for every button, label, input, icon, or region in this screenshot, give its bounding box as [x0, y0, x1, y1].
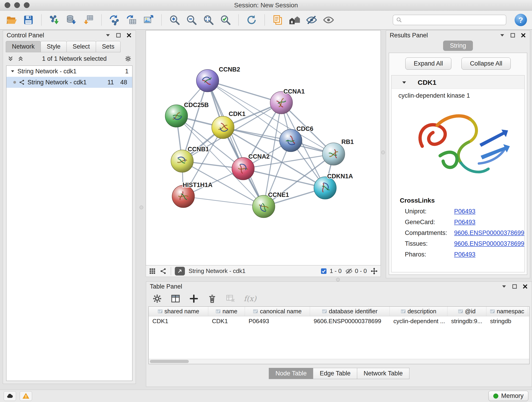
clone-table-icon[interactable] — [125, 13, 138, 26]
network-node-CCNA2[interactable] — [232, 157, 254, 180]
right-splitter-handle[interactable] — [381, 151, 385, 154]
column-header-shared-name[interactable]: shared name — [149, 307, 208, 316]
pan-mode-icon[interactable] — [370, 268, 378, 275]
memory-button[interactable]: Memory — [488, 391, 528, 401]
column-header-database-identifier[interactable]: database identifier — [310, 307, 390, 316]
tab-style[interactable]: Style — [41, 41, 67, 52]
tree-caret-icon[interactable] — [10, 69, 15, 74]
network-node-RB1[interactable] — [322, 143, 345, 165]
panel-maximize-icon[interactable] — [115, 32, 121, 38]
collapse-all-tree-icon[interactable] — [17, 55, 24, 62]
column-header-description[interactable]: description — [390, 307, 447, 316]
bottom-splitter-handle[interactable] — [336, 278, 340, 281]
network-options-gear-icon[interactable] — [125, 55, 132, 62]
table-cell-description[interactable]: cyclin-dependent ... — [390, 318, 447, 325]
network-node-CCNE1[interactable] — [253, 195, 275, 218]
table-cell-canonical-name[interactable]: P06493 — [245, 318, 310, 325]
show-all-icon[interactable] — [322, 13, 335, 26]
table-cell-id[interactable]: stringdb:9... — [447, 318, 486, 325]
tab-sets[interactable]: Sets — [96, 41, 120, 52]
network-share-icon[interactable] — [160, 268, 167, 275]
tab-network-table[interactable]: Network Table — [357, 368, 409, 379]
column-header-id[interactable]: @id — [447, 307, 486, 316]
tab-network[interactable]: Network — [6, 41, 41, 52]
zoom-out-icon[interactable] — [185, 13, 198, 26]
column-header-name[interactable]: name — [208, 307, 245, 316]
zoom-fit-icon[interactable] — [202, 13, 215, 26]
panel-float-icon[interactable] — [105, 32, 111, 38]
column-header-namespac[interactable]: namespac — [486, 307, 528, 316]
function-builder-icon[interactable]: f(x) — [244, 294, 256, 303]
copy-paste-icon[interactable] — [271, 13, 284, 26]
crosslink-pharos[interactable]: P06493 — [454, 251, 525, 258]
cloud-button[interactable] — [4, 391, 16, 401]
zoom-selected-icon[interactable] — [219, 13, 232, 26]
expand-all-tree-icon[interactable] — [7, 55, 14, 62]
warnings-button[interactable] — [20, 391, 32, 401]
panel-maximize-icon[interactable] — [510, 32, 516, 38]
network-overview-icon[interactable] — [288, 13, 301, 26]
expand-all-button[interactable]: Expand All — [405, 57, 452, 70]
network-canvas[interactable]: CCNB2CCNA1CDC25BCDK1CDC6RB1CCNB1CCNA2CDK… — [146, 30, 381, 265]
close-window-button[interactable] — [5, 2, 10, 8]
table-cell-database-identifier[interactable]: 9606.ENSP00000378699 — [310, 318, 390, 325]
save-session-icon[interactable] — [22, 13, 35, 26]
clone-network-icon[interactable] — [108, 13, 121, 26]
search-input[interactable] — [405, 17, 503, 24]
zoom-in-icon[interactable] — [168, 13, 181, 26]
show-columns-icon[interactable] — [171, 294, 181, 304]
panel-close-icon[interactable] — [522, 283, 528, 289]
zoom-window-button[interactable] — [24, 2, 30, 8]
tab-edge-table[interactable]: Edge Table — [313, 368, 357, 379]
table-settings-gear-icon[interactable] — [152, 294, 162, 304]
table-row[interactable]: CDK1CDK1P064939606.ENSP00000378699cyclin… — [149, 316, 529, 326]
horizontal-scrollbar[interactable] — [149, 359, 529, 364]
table-cell-shared-name[interactable]: CDK1 — [149, 318, 208, 325]
tab-node-table[interactable]: Node Table — [269, 368, 313, 379]
hide-selected-icon[interactable] — [305, 13, 318, 26]
table-cell-namespac[interactable]: stringdb — [486, 318, 528, 325]
network-node-HIST1H1A[interactable] — [172, 185, 195, 208]
crosslink-genecard[interactable]: P06493 — [454, 219, 525, 226]
collapse-all-button[interactable]: Collapse All — [462, 57, 511, 70]
crosslink-compartments[interactable]: 9606.ENSP00000378699 — [454, 230, 525, 236]
network-node-CDKN1A[interactable] — [314, 177, 336, 199]
crosslink-tissues[interactable]: 9606.ENSP00000378699 — [454, 240, 525, 247]
panel-close-icon[interactable] — [126, 32, 132, 38]
network-edge-CCNB2-CCNA1[interactable] — [208, 81, 281, 103]
panel-maximize-icon[interactable] — [512, 283, 518, 289]
hidden-eye-icon[interactable] — [345, 268, 353, 275]
table-cell-name[interactable]: CDK1 — [208, 318, 245, 325]
tab-string[interactable]: String — [443, 41, 473, 51]
tree-row-network[interactable]: String Network - cdk11148 — [6, 77, 132, 88]
protein-entry-header[interactable]: CDK1 — [392, 75, 525, 89]
tab-select[interactable]: Select — [66, 41, 96, 52]
selected-checkbox-icon[interactable] — [320, 268, 327, 275]
import-network-file-icon[interactable] — [48, 13, 61, 26]
import-table-icon[interactable] — [82, 13, 95, 26]
add-column-icon[interactable] — [189, 294, 199, 304]
collapse-entry-icon[interactable] — [401, 80, 407, 85]
network-edge-HIST1H1A-CCNE1[interactable] — [183, 196, 264, 206]
panel-float-icon[interactable] — [499, 32, 505, 38]
export-image-icon[interactable] — [142, 13, 155, 26]
crosslink-uniprot[interactable]: P06493 — [454, 208, 525, 215]
detach-view-button[interactable] — [175, 267, 185, 275]
minimize-window-button[interactable] — [14, 2, 20, 8]
open-session-icon[interactable] — [5, 13, 18, 26]
help-button[interactable]: ? — [515, 14, 527, 26]
scrollbar-thumb[interactable] — [150, 360, 189, 363]
column-header-canonical-name[interactable]: canonical name — [245, 307, 310, 316]
panel-float-icon[interactable] — [501, 283, 507, 289]
left-splitter-handle[interactable] — [139, 206, 143, 209]
network-node-CCNB2[interactable] — [196, 70, 219, 92]
refresh-layout-icon[interactable] — [245, 13, 258, 26]
delete-table-icon[interactable] — [225, 294, 235, 304]
delete-column-icon[interactable] — [207, 294, 217, 304]
network-node-CDC6[interactable] — [279, 129, 302, 152]
grid-view-icon[interactable] — [149, 268, 156, 275]
network-edge-CCNB2-CCNE1[interactable] — [208, 81, 264, 206]
network-node-CCNB1[interactable] — [171, 150, 193, 172]
import-network-database-icon[interactable] — [65, 13, 78, 26]
network-node-CDK1[interactable] — [212, 116, 234, 139]
